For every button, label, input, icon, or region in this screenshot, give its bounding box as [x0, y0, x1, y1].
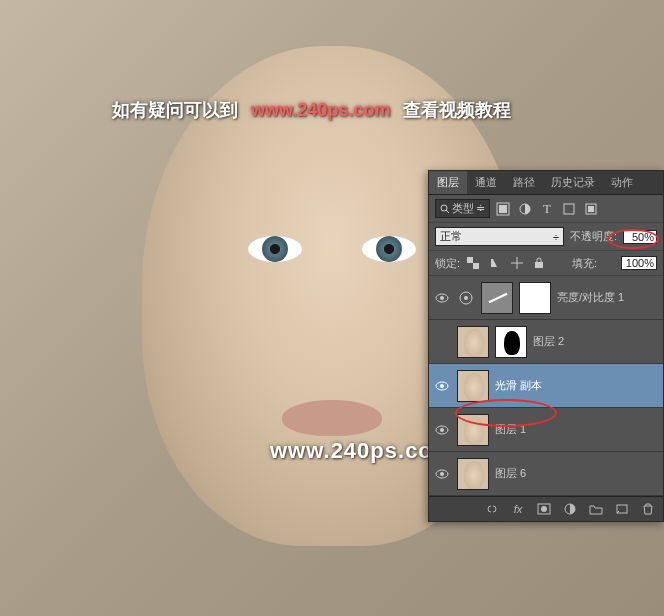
new-adjustment-icon[interactable]: [561, 501, 579, 517]
photo-eye-right: [362, 236, 416, 262]
filter-pixel-icon[interactable]: [494, 200, 512, 218]
watermark-middle: www.240ps.com: [270, 438, 453, 464]
layer-kind-filter[interactable]: 类型 ≑: [435, 199, 490, 218]
photo-eye-left: [248, 236, 302, 262]
layer-row-selected[interactable]: 光滑 副本: [429, 364, 663, 408]
link-layers-icon[interactable]: [483, 501, 501, 517]
dropdown-arrow-icon: ≑: [476, 202, 485, 215]
panel-tabs: 图层 通道 路径 历史记录 动作: [429, 171, 663, 195]
lock-row: 锁定: 填充: 100%: [429, 251, 663, 276]
layer-thumbnail: [457, 326, 489, 358]
blend-mode-value: 正常: [440, 229, 462, 244]
layers-list: 亮度/对比度 1 图层 2 光滑 副本 图层 1 图层 6: [429, 276, 663, 496]
new-layer-icon[interactable]: [613, 501, 631, 517]
kind-label: 类型: [452, 201, 474, 216]
watermark-top: 如有疑问可以到 www.240ps.com 查看视频教程: [112, 98, 511, 122]
tab-channels[interactable]: 通道: [467, 171, 505, 194]
lock-position-icon[interactable]: [508, 254, 526, 272]
eye-icon: [435, 381, 449, 391]
svg-point-20: [440, 472, 444, 476]
svg-point-18: [440, 428, 444, 432]
layers-bottom-bar: fx: [429, 496, 663, 521]
visibility-toggle[interactable]: [433, 421, 451, 439]
visibility-toggle[interactable]: [433, 333, 451, 351]
fill-value[interactable]: 100%: [621, 256, 657, 270]
svg-rect-10: [535, 262, 543, 268]
visibility-toggle[interactable]: [433, 289, 451, 307]
filter-smart-icon[interactable]: [582, 200, 600, 218]
svg-rect-8: [467, 257, 473, 263]
svg-point-12: [440, 296, 444, 300]
eye-icon: [435, 293, 449, 303]
filter-type-icon[interactable]: T: [538, 200, 556, 218]
layer-row[interactable]: 亮度/对比度 1: [429, 276, 663, 320]
layer-thumbnail: [457, 458, 489, 490]
layer-row[interactable]: 图层 1: [429, 408, 663, 452]
blend-mode-select[interactable]: 正常 ÷: [435, 227, 564, 246]
svg-point-14: [464, 296, 468, 300]
search-icon: [440, 204, 450, 214]
layer-mask-thumbnail: [495, 326, 527, 358]
layer-thumbnail: [457, 414, 489, 446]
opacity-value[interactable]: 50%: [623, 230, 657, 244]
layer-name[interactable]: 亮度/对比度 1: [557, 290, 659, 305]
tab-paths[interactable]: 路径: [505, 171, 543, 194]
add-mask-icon[interactable]: [535, 501, 553, 517]
svg-rect-9: [473, 263, 479, 269]
filter-row: 类型 ≑ T: [429, 195, 663, 223]
chevron-updown-icon: ÷: [553, 231, 559, 243]
layer-thumbnail: [481, 282, 513, 314]
eye-icon: [435, 425, 449, 435]
eye-icon: [435, 469, 449, 479]
lock-all-icon[interactable]: [530, 254, 548, 272]
layer-style-icon[interactable]: fx: [509, 501, 527, 517]
svg-rect-3: [499, 205, 507, 213]
visibility-toggle[interactable]: [433, 465, 451, 483]
watermark-text-left: 如有疑问可以到: [112, 100, 238, 120]
svg-point-16: [440, 384, 444, 388]
fill-label: 填充:: [572, 256, 597, 271]
layer-thumbnail: [457, 370, 489, 402]
blend-row: 正常 ÷ 不透明度: 50%: [429, 223, 663, 251]
layer-name[interactable]: 图层 1: [495, 422, 659, 437]
lock-transparency-icon[interactable]: [464, 254, 482, 272]
filter-shape-icon[interactable]: [560, 200, 578, 218]
svg-point-22: [541, 506, 547, 512]
visibility-toggle[interactable]: [433, 377, 451, 395]
photo-lips: [282, 400, 382, 436]
layers-panel: 图层 通道 路径 历史记录 动作 类型 ≑ T 正常 ÷ 不透明度: 50% 锁…: [428, 170, 664, 522]
watermark-url: www.240ps.com: [243, 100, 398, 120]
svg-rect-5: [564, 204, 574, 214]
lock-label: 锁定:: [435, 256, 460, 271]
adjustment-icon: [457, 289, 475, 307]
layer-name[interactable]: 光滑 副本: [495, 378, 659, 393]
layer-name[interactable]: 图层 6: [495, 466, 659, 481]
layer-mask-thumbnail: [519, 282, 551, 314]
layer-row[interactable]: 图层 6: [429, 452, 663, 496]
new-group-icon[interactable]: [587, 501, 605, 517]
tab-actions[interactable]: 动作: [603, 171, 641, 194]
watermark-text-right: 查看视频教程: [403, 100, 511, 120]
tab-layers[interactable]: 图层: [429, 171, 467, 194]
svg-line-1: [446, 210, 449, 213]
filter-adjustment-icon[interactable]: [516, 200, 534, 218]
delete-layer-icon[interactable]: [639, 501, 657, 517]
svg-rect-7: [588, 206, 594, 212]
opacity-label: 不透明度:: [570, 229, 617, 244]
layer-name[interactable]: 图层 2: [533, 334, 659, 349]
tab-history[interactable]: 历史记录: [543, 171, 603, 194]
lock-image-icon[interactable]: [486, 254, 504, 272]
layer-row[interactable]: 图层 2: [429, 320, 663, 364]
